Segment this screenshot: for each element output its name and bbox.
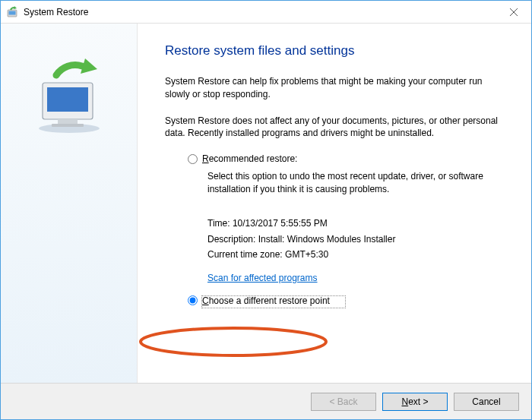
recommended-restore-option[interactable]: Recommended restore:: [188, 153, 504, 164]
back-button: < Back: [311, 393, 376, 411]
svg-marker-2: [14, 6, 17, 9]
svg-rect-7: [47, 87, 88, 112]
system-restore-icon: [7, 6, 19, 18]
restore-timezone-row: Current time zone: GMT+5:30: [207, 248, 504, 261]
description-label: Description:: [207, 234, 255, 245]
choose-different-radio[interactable]: [188, 295, 198, 305]
main-panel: Restore system files and settings System…: [138, 24, 531, 383]
restore-description-row: Description: Install: Windows Modules In…: [207, 233, 504, 246]
svg-point-11: [141, 328, 326, 355]
recommended-restore-label: Recommended restore:: [202, 153, 297, 164]
restore-illustration-icon: [27, 54, 111, 137]
system-restore-window: System Restore Restore system files and …: [0, 0, 532, 420]
svg-marker-10: [81, 58, 97, 74]
recommended-restore-radio[interactable]: [188, 154, 198, 164]
choose-different-label: Choose a different restore point: [202, 295, 330, 306]
next-button[interactable]: Next >: [382, 393, 448, 411]
choose-different-option[interactable]: Choose a different restore point: [188, 295, 504, 306]
intro-paragraph-2: System Restore does not affect any of yo…: [165, 115, 504, 141]
recommended-restore-description: Select this option to undo the most rece…: [207, 170, 504, 196]
content-area: Restore system files and settings System…: [1, 24, 531, 383]
side-illustration-panel: [1, 24, 138, 383]
description-value: Install: Windows Modules Installer: [258, 234, 396, 245]
button-footer: < Back Next > Cancel: [1, 383, 531, 419]
scan-affected-row: Scan for affected programs: [207, 272, 504, 285]
time-value: 10/13/2017 5:55:55 PM: [233, 218, 328, 229]
intro-paragraph-1: System Restore can help fix problems tha…: [165, 75, 504, 101]
svg-rect-1: [9, 11, 16, 14]
svg-rect-9: [52, 124, 84, 127]
window-title: System Restore: [24, 7, 496, 17]
annotation-highlight: [135, 324, 332, 359]
svg-rect-8: [58, 119, 78, 124]
titlebar: System Restore: [1, 1, 531, 24]
close-icon: [510, 8, 518, 16]
timezone-label: Current time zone:: [207, 249, 283, 260]
cancel-button[interactable]: Cancel: [454, 393, 519, 411]
scan-affected-programs-link[interactable]: Scan for affected programs: [207, 273, 318, 283]
timezone-value: GMT+5:30: [285, 249, 328, 260]
time-label: Time:: [207, 218, 230, 229]
page-heading: Restore system files and settings: [165, 43, 504, 58]
restore-time-row: Time: 10/13/2017 5:55:55 PM: [207, 217, 504, 230]
close-button[interactable]: [496, 1, 531, 24]
